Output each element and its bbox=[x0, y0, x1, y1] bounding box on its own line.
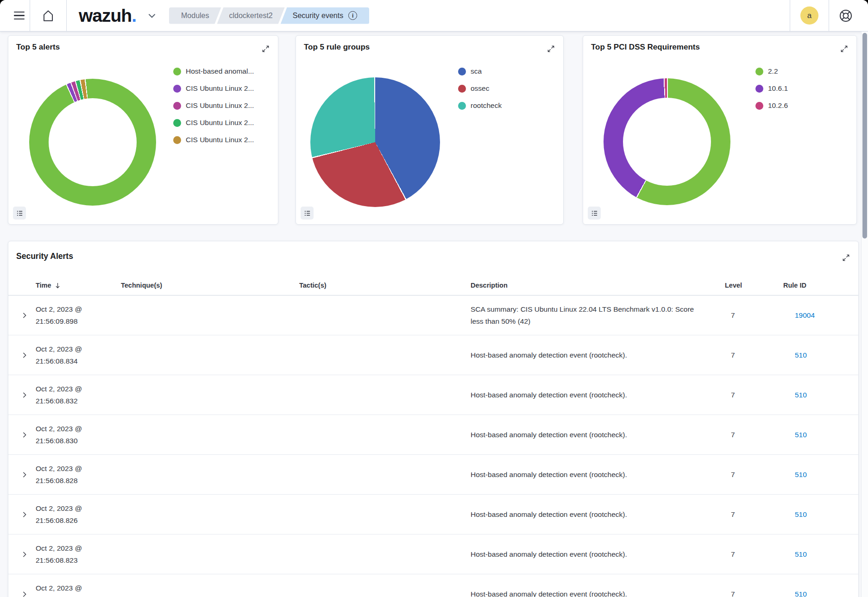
help-lifering-icon[interactable] bbox=[837, 6, 855, 25]
panel-title: Top 5 alerts bbox=[16, 43, 60, 52]
legend-list-button[interactable] bbox=[13, 207, 26, 220]
row-expand-chevron-icon[interactable] bbox=[19, 549, 30, 560]
legend-item[interactable]: ossec bbox=[458, 84, 551, 93]
legend-list-button[interactable] bbox=[588, 207, 601, 220]
expand-icon[interactable] bbox=[545, 43, 557, 55]
rule-id-link[interactable]: 510 bbox=[795, 550, 807, 558]
col-time-label: Time bbox=[36, 282, 51, 289]
avatar[interactable]: a bbox=[800, 6, 818, 25]
rule-id-link[interactable]: 510 bbox=[795, 431, 807, 439]
sort-descending-icon bbox=[55, 282, 61, 289]
cell-description: SCA summary: CIS Ubuntu Linux 22.04 LTS … bbox=[471, 303, 704, 327]
col-techniques[interactable]: Technique(s) bbox=[121, 282, 299, 289]
rule-id-link[interactable]: 19004 bbox=[795, 311, 815, 319]
wazuh-dashboard-page: wazuh. Modulescldockertest2Security even… bbox=[0, 0, 868, 597]
legend-item[interactable]: CIS Ubuntu Linux 2... bbox=[173, 101, 274, 110]
breadcrumb-cldockertest2[interactable]: cldockertest2 bbox=[217, 7, 285, 24]
legend-item[interactable]: 10.6.1 bbox=[755, 84, 843, 93]
breadcrumb-security-events[interactable]: Security eventsi bbox=[281, 7, 369, 24]
panel-header: Top 5 alerts bbox=[8, 36, 278, 55]
chevron-down-icon[interactable] bbox=[144, 8, 160, 24]
legend-label: sca bbox=[471, 67, 482, 75]
legend-color-dot bbox=[173, 85, 181, 93]
legend-color-dot bbox=[173, 119, 181, 127]
chart-legend: Host-based anomal...CIS Ubuntu Linux 2..… bbox=[173, 67, 274, 153]
legend-color-dot bbox=[458, 85, 466, 93]
row-expand-chevron-icon[interactable] bbox=[19, 429, 30, 440]
rule-id-link[interactable]: 510 bbox=[795, 471, 807, 478]
breadcrumb-modules[interactable]: Modules bbox=[169, 7, 221, 24]
cell-description: Host-based anomaly detection event (root… bbox=[471, 429, 704, 441]
table-row: Oct 2, 2023 @21:56:08.832 Host-based ano… bbox=[8, 375, 858, 415]
row-expand-chevron-icon[interactable] bbox=[19, 589, 30, 597]
chart-panel: Top 5 PCI DSS Requirements 2.210.6.110.2… bbox=[583, 35, 857, 225]
table-row: Oct 2, 2023 @21:56:08.830 Host-based ano… bbox=[8, 415, 858, 455]
pie-chart[interactable] bbox=[29, 79, 156, 206]
col-level[interactable]: Level bbox=[725, 282, 783, 289]
legend-color-dot bbox=[173, 136, 181, 144]
alerts-title: Security Alerts bbox=[16, 251, 73, 261]
legend-item[interactable]: sca bbox=[458, 67, 551, 75]
rule-id-link[interactable]: 510 bbox=[795, 391, 807, 399]
rule-id-link[interactable]: 510 bbox=[795, 590, 807, 597]
legend-label: CIS Ubuntu Linux 2... bbox=[186, 119, 254, 127]
breadcrumb: Modulescldockertest2Security eventsi bbox=[169, 7, 369, 24]
cell-description: Host-based anomaly detection event (root… bbox=[471, 349, 704, 361]
legend-item[interactable]: CIS Ubuntu Linux 2... bbox=[173, 84, 274, 93]
scrollbar-thumb[interactable] bbox=[862, 33, 867, 239]
col-time[interactable]: Time bbox=[36, 282, 121, 289]
alerts-header: Security Alerts bbox=[8, 241, 858, 264]
cell-description: Host-based anomaly detection event (root… bbox=[471, 469, 704, 481]
row-expand-chevron-icon[interactable] bbox=[19, 509, 30, 520]
legend-list-button[interactable] bbox=[301, 207, 314, 220]
menu-hamburger-icon[interactable] bbox=[8, 5, 30, 26]
col-description[interactable]: Description bbox=[471, 282, 725, 289]
expand-icon[interactable] bbox=[259, 43, 271, 55]
cell-level: 7 bbox=[725, 510, 783, 519]
legend-label: 10.6.1 bbox=[768, 84, 788, 93]
expand-icon[interactable] bbox=[838, 43, 850, 55]
divider bbox=[829, 0, 829, 31]
chart-panel: Top 5 alerts Host-based anomal...CIS Ubu… bbox=[8, 35, 278, 225]
panel-title: Top 5 rule groups bbox=[304, 43, 370, 52]
table-row: Oct 2, 2023 @21:56:08.828 Host-based ano… bbox=[8, 455, 858, 495]
cell-level: 7 bbox=[725, 351, 783, 359]
wazuh-logo[interactable]: wazuh. bbox=[79, 6, 137, 26]
legend-item[interactable]: rootcheck bbox=[458, 101, 551, 110]
info-icon[interactable]: i bbox=[348, 11, 357, 20]
col-tactics[interactable]: Tactic(s) bbox=[299, 282, 471, 289]
cell-time: Oct 2, 2023 @21:56:08.832 bbox=[36, 383, 121, 407]
rule-id-link[interactable]: 510 bbox=[795, 351, 807, 359]
legend-label: rootcheck bbox=[471, 101, 502, 110]
cell-time: Oct 2, 2023 @21:56:08.830 bbox=[36, 423, 121, 447]
cell-time: Oct 2, 2023 @21:56:08.828 bbox=[36, 463, 121, 487]
row-expand-chevron-icon[interactable] bbox=[19, 469, 30, 480]
cell-description: Host-based anomaly detection event (root… bbox=[471, 588, 704, 597]
legend-item[interactable]: Host-based anomal... bbox=[173, 67, 274, 75]
donut-hole bbox=[49, 98, 137, 186]
table-row: Oct 2, 2023 @21:56:09.898 SCA summary: C… bbox=[8, 295, 858, 335]
legend-label: CIS Ubuntu Linux 2... bbox=[186, 101, 254, 110]
row-expand-chevron-icon[interactable] bbox=[19, 390, 30, 401]
cell-level: 7 bbox=[725, 431, 783, 439]
wazuh-logo-dot: . bbox=[132, 6, 137, 26]
pie-chart[interactable] bbox=[310, 77, 440, 207]
pie-chart[interactable] bbox=[604, 78, 730, 205]
legend-color-dot bbox=[458, 68, 466, 75]
cell-time: Oct 2, 2023 @21:56:08.826 bbox=[36, 503, 121, 527]
divider bbox=[66, 0, 67, 31]
home-icon[interactable] bbox=[36, 3, 61, 28]
legend-item[interactable]: CIS Ubuntu Linux 2... bbox=[173, 119, 274, 127]
rule-id-link[interactable]: 510 bbox=[795, 510, 807, 518]
row-expand-chevron-icon[interactable] bbox=[19, 310, 30, 321]
row-expand-chevron-icon[interactable] bbox=[19, 350, 30, 361]
legend-item[interactable]: 2.2 bbox=[755, 67, 843, 75]
divider bbox=[30, 0, 30, 31]
expand-icon[interactable] bbox=[840, 251, 852, 264]
cell-level: 7 bbox=[725, 471, 783, 479]
col-rule-id[interactable]: Rule ID bbox=[783, 282, 858, 289]
legend-item[interactable]: 10.2.6 bbox=[755, 101, 843, 110]
legend-item[interactable]: CIS Ubuntu Linux 2... bbox=[173, 136, 274, 144]
legend-color-dot bbox=[755, 68, 763, 75]
vertical-scrollbar[interactable] bbox=[861, 31, 868, 597]
